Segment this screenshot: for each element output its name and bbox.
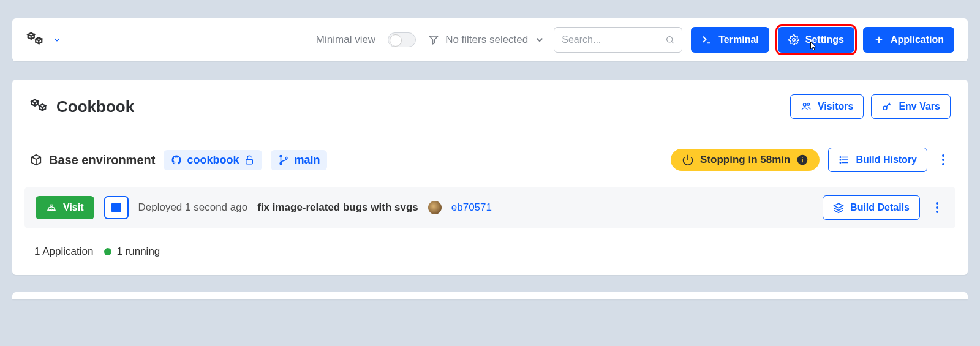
deployment-menu[interactable] bbox=[930, 200, 944, 215]
stop-icon bbox=[111, 203, 121, 212]
cubes-icon bbox=[29, 97, 48, 116]
svg-point-29 bbox=[936, 206, 938, 209]
chevron-down-icon bbox=[534, 34, 545, 45]
envvars-label: Env Vars bbox=[899, 101, 940, 112]
search-input[interactable] bbox=[562, 34, 660, 45]
terminal-button[interactable]: Terminal bbox=[691, 27, 769, 53]
kebab-icon bbox=[936, 152, 951, 167]
project-name: Cookbook bbox=[56, 97, 134, 116]
cubes-icon bbox=[26, 31, 44, 49]
visitors-label: Visitors bbox=[818, 101, 853, 112]
svg-rect-17 bbox=[802, 157, 804, 158]
svg-point-24 bbox=[942, 154, 944, 157]
project-actions: Visitors Env Vars bbox=[790, 94, 951, 119]
settings-button[interactable]: Settings bbox=[778, 27, 854, 53]
deployed-time: Deployed 1 second ago bbox=[138, 201, 248, 214]
info-icon bbox=[796, 154, 809, 166]
envvars-button[interactable]: Env Vars bbox=[871, 94, 951, 119]
svg-point-12 bbox=[280, 163, 282, 165]
project-card: Cookbook Visitors Env Vars Base environm… bbox=[12, 80, 968, 275]
chevron-down-icon bbox=[53, 36, 61, 44]
filter-icon bbox=[428, 34, 439, 45]
environment-row: Base environment cookbook main Stopping … bbox=[12, 134, 968, 178]
logo-dropdown[interactable] bbox=[26, 31, 61, 49]
key-icon bbox=[881, 101, 892, 112]
minimal-view-toggle[interactable] bbox=[388, 32, 416, 47]
ship-icon bbox=[46, 202, 57, 213]
svg-point-26 bbox=[942, 163, 944, 165]
build-history-button[interactable]: Build History bbox=[828, 148, 927, 172]
add-application-label: Application bbox=[891, 34, 944, 45]
commit-hash[interactable]: eb70571 bbox=[451, 201, 492, 214]
svg-point-8 bbox=[807, 103, 810, 105]
svg-point-23 bbox=[840, 162, 842, 164]
github-icon bbox=[171, 154, 182, 165]
project-header: Cookbook Visitors Env Vars bbox=[12, 80, 968, 134]
kebab-icon bbox=[930, 200, 944, 215]
branch-chip[interactable]: main bbox=[271, 150, 327, 170]
deployment-row: Visit Deployed 1 second ago fix image-re… bbox=[24, 187, 956, 228]
plus-icon bbox=[873, 34, 884, 45]
search-box[interactable] bbox=[554, 27, 682, 53]
repo-chip[interactable]: cookbook bbox=[164, 150, 262, 170]
svg-point-21 bbox=[840, 157, 842, 158]
branch-icon bbox=[278, 154, 289, 165]
next-card-peek bbox=[12, 292, 968, 299]
users-icon bbox=[801, 101, 812, 112]
cube-icon bbox=[29, 153, 43, 167]
visit-button[interactable]: Visit bbox=[36, 196, 94, 219]
svg-line-2 bbox=[671, 42, 673, 43]
status-pill[interactable]: Stopping in 58min bbox=[671, 149, 820, 171]
project-title: Cookbook bbox=[29, 97, 790, 116]
stop-button[interactable] bbox=[104, 196, 129, 219]
filters-dropdown[interactable]: No filters selected bbox=[428, 34, 545, 46]
terminal-icon bbox=[701, 34, 712, 45]
settings-button-label: Settings bbox=[805, 34, 844, 45]
top-toolbar: Minimal view No filters selected Termina… bbox=[12, 18, 968, 61]
svg-rect-10 bbox=[246, 159, 253, 164]
app-count: 1 Application bbox=[34, 246, 93, 258]
svg-point-11 bbox=[280, 156, 282, 157]
avatar bbox=[428, 201, 442, 214]
svg-point-13 bbox=[285, 157, 287, 159]
svg-point-22 bbox=[840, 159, 842, 160]
power-icon bbox=[682, 154, 694, 166]
svg-point-25 bbox=[942, 159, 944, 161]
list-icon bbox=[839, 154, 850, 165]
svg-point-30 bbox=[936, 211, 938, 213]
project-footer: 1 Application 1 running bbox=[12, 228, 968, 275]
minimal-view-label: Minimal view bbox=[316, 34, 375, 46]
svg-rect-16 bbox=[802, 159, 804, 162]
terminal-button-label: Terminal bbox=[718, 34, 759, 45]
svg-point-28 bbox=[936, 202, 938, 205]
svg-point-9 bbox=[883, 106, 887, 110]
gear-icon bbox=[788, 34, 799, 45]
svg-point-1 bbox=[666, 37, 672, 42]
svg-marker-0 bbox=[429, 36, 438, 44]
svg-point-7 bbox=[803, 103, 806, 107]
search-icon bbox=[665, 34, 675, 45]
environment-name: Base environment bbox=[29, 153, 155, 167]
unlock-icon bbox=[244, 154, 255, 165]
visitors-button[interactable]: Visitors bbox=[790, 94, 864, 119]
environment-menu[interactable] bbox=[936, 152, 951, 167]
running-status: 1 running bbox=[104, 246, 160, 258]
build-details-button[interactable]: Build Details bbox=[823, 195, 920, 220]
status-dot-icon bbox=[104, 248, 111, 255]
svg-marker-27 bbox=[834, 203, 843, 208]
layers-icon bbox=[833, 202, 844, 213]
svg-point-4 bbox=[793, 39, 796, 42]
filters-label: No filters selected bbox=[445, 34, 528, 46]
commit-message: fix image-related bugs with svgs bbox=[257, 201, 418, 214]
add-application-button[interactable]: Application bbox=[863, 27, 954, 53]
